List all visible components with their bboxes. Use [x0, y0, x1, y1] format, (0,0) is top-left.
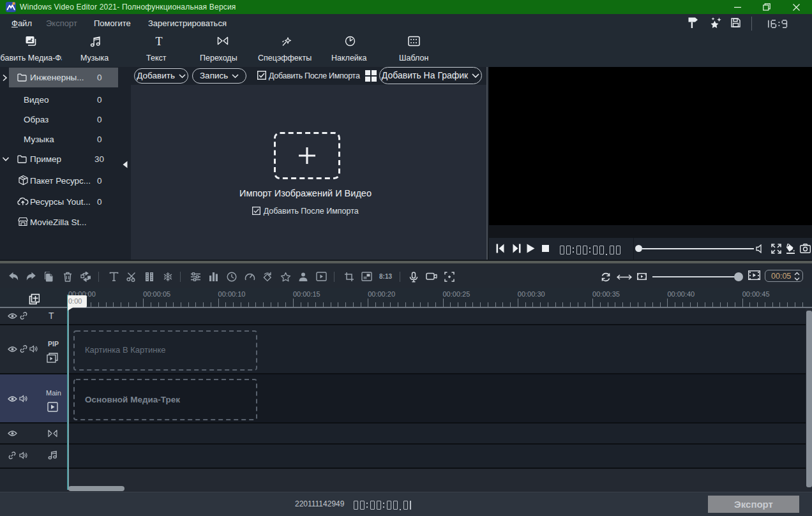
svg-text:T: T — [156, 36, 163, 47]
